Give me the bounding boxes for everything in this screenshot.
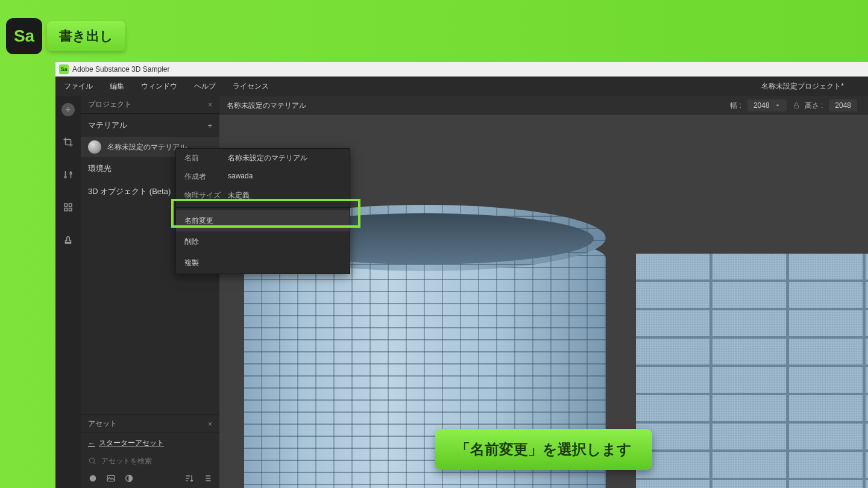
logo-badge: Sa 書き出し	[6, 18, 125, 54]
grid-tool[interactable]	[60, 199, 76, 215]
sliders-icon	[63, 169, 74, 180]
width-value: 2048	[753, 101, 770, 110]
ctx-size-row: 物理サイズ 未定義	[176, 186, 350, 205]
crop-icon	[63, 137, 74, 148]
svg-rect-10	[794, 105, 798, 108]
svg-rect-5	[69, 208, 72, 211]
ctx-divider	[176, 207, 350, 208]
project-panel-label: プロジェクト	[88, 99, 131, 110]
instruction-callout: 「名前変更」を選択します	[435, 429, 652, 470]
close-asset-panel-button[interactable]: ×	[208, 420, 212, 428]
ctx-size-label: 物理サイズ	[184, 190, 228, 201]
app-window: Sa Adobe Substance 3D Sampler ファイル 編集 ウィ…	[55, 62, 868, 488]
context-menu: 名前 名称未設定のマテリアル 作成者 sawada 物理サイズ 未定義 名前変更…	[175, 148, 350, 274]
menu-help[interactable]: ヘルプ	[186, 81, 224, 92]
viewport-header: 名称未設定のマテリアル 幅 : 2048 高さ : 2048	[219, 96, 868, 115]
svg-rect-3	[69, 204, 72, 207]
window-titlebar: Sa Adobe Substance 3D Sampler	[55, 62, 868, 77]
width-select[interactable]: 2048	[747, 99, 787, 111]
app-logo-icon: Sa	[6, 18, 42, 54]
menu-window[interactable]: ウィンドウ	[133, 81, 186, 92]
menu-file[interactable]: ファイル	[55, 81, 101, 92]
project-panel-header: プロジェクト ×	[81, 96, 219, 114]
back-arrow-icon: ←	[88, 439, 95, 448]
svg-rect-2	[64, 204, 68, 207]
add-button[interactable]: +	[60, 102, 76, 117]
add-material-button[interactable]: +	[207, 121, 212, 130]
svg-point-6	[89, 458, 94, 463]
ctx-name-value: 名称未設定のマテリアル	[228, 153, 307, 163]
svg-point-0	[64, 176, 66, 178]
asset-search-input[interactable]	[101, 457, 212, 465]
search-icon	[88, 457, 96, 465]
2d-tile-preview	[636, 254, 868, 488]
asset-panel: アセット × ← スターターアセット	[81, 414, 219, 488]
stamp-icon	[63, 234, 74, 245]
window-title: Adobe Substance 3D Sampler	[72, 65, 169, 74]
lock-aspect-button[interactable]	[793, 102, 800, 109]
starter-assets-label: スターターアセット	[99, 438, 164, 448]
asset-panel-header: アセット ×	[81, 415, 219, 433]
ctx-delete-action[interactable]: 削除	[176, 231, 350, 252]
tool-strip: +	[55, 96, 81, 488]
menu-edit[interactable]: 編集	[101, 81, 133, 92]
adjust-tool[interactable]	[60, 167, 76, 183]
stamp-tool[interactable]	[60, 232, 76, 248]
width-label: 幅 :	[730, 101, 741, 111]
ctx-name-row: 名前 名称未設定のマテリアル	[176, 149, 350, 167]
list-view-button[interactable]	[203, 474, 212, 483]
menu-bar: ファイル 編集 ウィンドウ ヘルプ ライセンス 名称未設定プロジェクト*	[55, 77, 868, 96]
filter-image-icon[interactable]	[106, 474, 116, 483]
tutorial-header: Sa 書き出し	[0, 0, 868, 62]
lock-icon	[793, 102, 800, 109]
ctx-author-value: sawada	[228, 172, 253, 182]
materials-label: マテリアル	[88, 120, 127, 131]
close-panel-button[interactable]: ×	[208, 101, 212, 109]
titlebar-app-icon: Sa	[59, 64, 69, 74]
sort-button[interactable]	[184, 474, 194, 483]
plus-icon: +	[61, 103, 75, 116]
filter-sphere-icon[interactable]	[88, 474, 98, 483]
tutorial-title: 書き出し	[47, 21, 125, 51]
ctx-rename-action[interactable]: 名前変更	[176, 210, 350, 231]
height-value: 2048	[835, 101, 851, 110]
svg-point-1	[70, 172, 72, 174]
height-label: 高さ :	[805, 101, 823, 111]
starter-assets-link[interactable]: ← スターターアセット	[81, 433, 219, 453]
ctx-duplicate-action[interactable]: 複製	[176, 252, 350, 274]
ctx-size-value: 未定義	[228, 190, 250, 201]
materials-section-header: マテリアル +	[81, 114, 219, 137]
viewport-title: 名称未設定のマテリアル	[227, 101, 306, 111]
ctx-name-label: 名前	[184, 153, 228, 163]
filter-contrast-icon[interactable]	[124, 474, 134, 483]
ctx-author-label: 作成者	[184, 172, 228, 182]
asset-filter-row	[81, 469, 219, 488]
grid-icon	[63, 202, 74, 213]
asset-panel-label: アセット	[88, 419, 117, 429]
menu-license[interactable]: ライセンス	[224, 81, 277, 92]
svg-rect-4	[64, 208, 68, 211]
material-swatch-icon	[88, 140, 101, 154]
height-select[interactable]: 2048	[829, 99, 857, 111]
asset-search-row	[81, 453, 219, 469]
project-title: 名称未設定プロジェクト*	[761, 81, 868, 92]
crop-tool[interactable]	[60, 134, 76, 150]
ctx-author-row: 作成者 sawada	[176, 167, 350, 186]
svg-point-7	[90, 475, 96, 482]
chevron-down-icon	[775, 102, 781, 108]
